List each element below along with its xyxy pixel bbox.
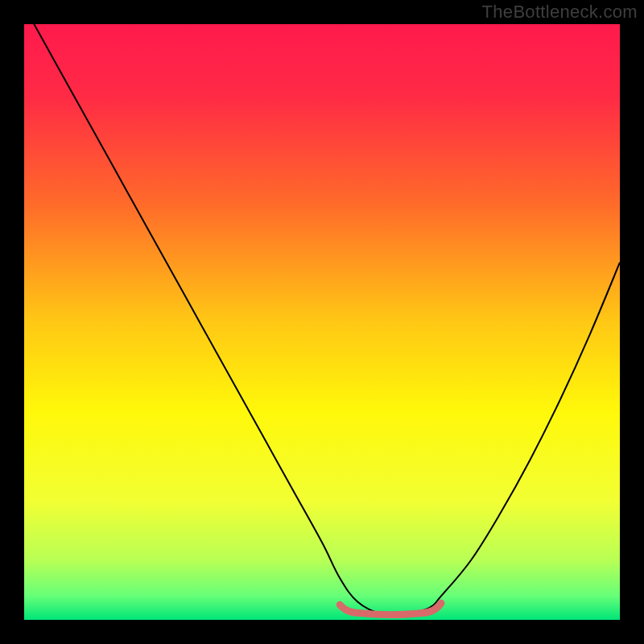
bottleneck-chart (24, 24, 620, 620)
plot-area (24, 24, 620, 620)
watermark-text: TheBottleneck.com (482, 2, 638, 23)
chart-frame: TheBottleneck.com (0, 0, 644, 644)
gradient-background (24, 24, 620, 620)
